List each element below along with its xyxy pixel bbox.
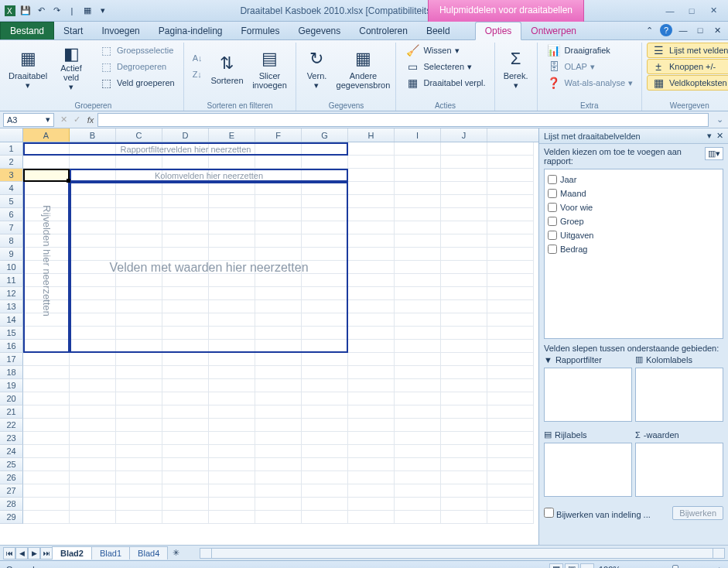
cell[interactable] bbox=[255, 353, 302, 366]
cell[interactable] bbox=[441, 392, 487, 405]
row-header-17[interactable]: 17 bbox=[0, 353, 23, 366]
cell[interactable] bbox=[348, 458, 395, 471]
cell[interactable] bbox=[395, 498, 441, 511]
area-rows-box[interactable] bbox=[544, 443, 632, 497]
row-header-23[interactable]: 23 bbox=[0, 432, 23, 445]
col-header-D[interactable]: D bbox=[162, 128, 209, 142]
row-header-29[interactable]: 29 bbox=[0, 511, 23, 524]
pivot-values-zone[interactable]: Velden met waarden hier neerzetten bbox=[70, 182, 348, 353]
pivotchart-button[interactable]: 📊Draaigrafiek bbox=[542, 43, 637, 58]
cell[interactable] bbox=[441, 274, 487, 287]
cell[interactable] bbox=[209, 445, 255, 458]
cell[interactable] bbox=[23, 471, 70, 484]
zoom-out-icon[interactable]: − bbox=[625, 565, 630, 569]
cell[interactable] bbox=[70, 458, 116, 471]
area-columns-box[interactable] bbox=[635, 368, 723, 422]
cell[interactable] bbox=[70, 419, 116, 432]
cell[interactable] bbox=[487, 445, 534, 458]
cell[interactable] bbox=[441, 195, 487, 208]
name-box[interactable]: A3▾ bbox=[3, 113, 54, 127]
ribbon-minimize-icon[interactable]: ⌃ bbox=[643, 24, 655, 36]
cell[interactable] bbox=[70, 511, 116, 524]
cell[interactable] bbox=[23, 484, 70, 498]
cell[interactable] bbox=[441, 458, 487, 471]
cell[interactable] bbox=[209, 392, 255, 405]
cell[interactable] bbox=[395, 208, 441, 221]
pivot-columns-zone[interactable]: Kolomvelden hier neerzetten bbox=[70, 169, 348, 182]
row-header-4[interactable]: 4 bbox=[0, 182, 23, 195]
cell[interactable] bbox=[116, 458, 162, 471]
cell[interactable] bbox=[395, 419, 441, 432]
cell[interactable] bbox=[348, 261, 395, 274]
cell[interactable] bbox=[441, 445, 487, 458]
group-field-button[interactable]: ⬚Veld groeperen bbox=[94, 75, 179, 91]
row-header-13[interactable]: 13 bbox=[0, 300, 23, 313]
cell[interactable] bbox=[209, 156, 255, 169]
cell[interactable] bbox=[255, 498, 302, 511]
cell[interactable] bbox=[395, 484, 441, 498]
row-header-18[interactable]: 18 bbox=[0, 366, 23, 379]
cell[interactable] bbox=[255, 432, 302, 445]
cell[interactable] bbox=[302, 471, 348, 484]
cell[interactable] bbox=[487, 300, 534, 313]
field-uitgaven[interactable]: Uitgaven bbox=[548, 228, 719, 242]
cell[interactable] bbox=[395, 287, 441, 300]
cell[interactable] bbox=[23, 419, 70, 432]
row-header-21[interactable]: 21 bbox=[0, 405, 23, 419]
cell[interactable] bbox=[395, 327, 441, 340]
cell[interactable] bbox=[255, 458, 302, 471]
cell[interactable] bbox=[348, 313, 395, 327]
cell[interactable] bbox=[487, 511, 534, 524]
cell[interactable] bbox=[302, 156, 348, 169]
cell[interactable] bbox=[23, 353, 70, 366]
field-list[interactable]: Jaar Maand Voor wie Groep Uitgaven Bedra… bbox=[544, 169, 723, 339]
cell[interactable] bbox=[23, 511, 70, 524]
cell[interactable] bbox=[348, 405, 395, 419]
sheet-tab-blad1[interactable]: Blad1 bbox=[91, 546, 130, 559]
cell[interactable] bbox=[487, 182, 534, 195]
row-header-3[interactable]: 3 bbox=[0, 169, 23, 182]
row-header-2[interactable]: 2 bbox=[0, 156, 23, 169]
cell[interactable] bbox=[162, 511, 209, 524]
cell[interactable] bbox=[23, 432, 70, 445]
cell[interactable] bbox=[116, 419, 162, 432]
field-voorwie[interactable]: Voor wie bbox=[548, 200, 719, 214]
cell[interactable] bbox=[302, 511, 348, 524]
fieldpane-layout-button[interactable]: ▥▾ bbox=[705, 147, 723, 160]
cell[interactable] bbox=[209, 432, 255, 445]
cell[interactable] bbox=[441, 313, 487, 327]
cell[interactable] bbox=[487, 340, 534, 353]
col-header-J[interactable]: J bbox=[441, 128, 487, 142]
cell[interactable] bbox=[487, 142, 534, 156]
cell[interactable] bbox=[487, 498, 534, 511]
fx-cancel-icon[interactable]: ✕ bbox=[57, 115, 70, 125]
col-header-E[interactable]: E bbox=[209, 128, 255, 142]
cell[interactable] bbox=[487, 261, 534, 274]
cell[interactable] bbox=[255, 484, 302, 498]
pivot-rows-zone[interactable]: Rijvelden hier neerzetten bbox=[23, 169, 70, 353]
row-header-27[interactable]: 27 bbox=[0, 484, 23, 498]
cell[interactable] bbox=[348, 511, 395, 524]
cell[interactable] bbox=[209, 458, 255, 471]
tab-insert[interactable]: Invoegen bbox=[92, 22, 149, 39]
cell[interactable] bbox=[302, 445, 348, 458]
change-source-button[interactable]: ▦Andere gegevensbron bbox=[335, 43, 391, 94]
cell[interactable] bbox=[487, 221, 534, 234]
cell[interactable] bbox=[116, 471, 162, 484]
row-header-5[interactable]: 5 bbox=[0, 195, 23, 208]
cell[interactable] bbox=[162, 498, 209, 511]
cell[interactable] bbox=[487, 156, 534, 169]
cell[interactable] bbox=[348, 182, 395, 195]
whatif-button[interactable]: ❓Wat-als-analyse ▾ bbox=[542, 75, 637, 91]
sort-button[interactable]: ⇅Sorteren bbox=[209, 43, 244, 94]
field-maand[interactable]: Maand bbox=[548, 186, 719, 200]
fieldlist-toggle[interactable]: ☰Lijst met velden bbox=[647, 43, 728, 58]
cell[interactable] bbox=[348, 327, 395, 340]
cell[interactable] bbox=[441, 419, 487, 432]
cell[interactable] bbox=[209, 484, 255, 498]
active-field-button[interactable]: ◧Actief veld▾ bbox=[51, 43, 91, 94]
worksheet-grid[interactable]: A B C D E F G H I J 12345678910111213141… bbox=[0, 128, 538, 545]
zoom-in-icon[interactable]: + bbox=[717, 565, 722, 569]
cell[interactable] bbox=[441, 327, 487, 340]
fieldpane-close-icon[interactable]: ✕ bbox=[716, 131, 723, 141]
